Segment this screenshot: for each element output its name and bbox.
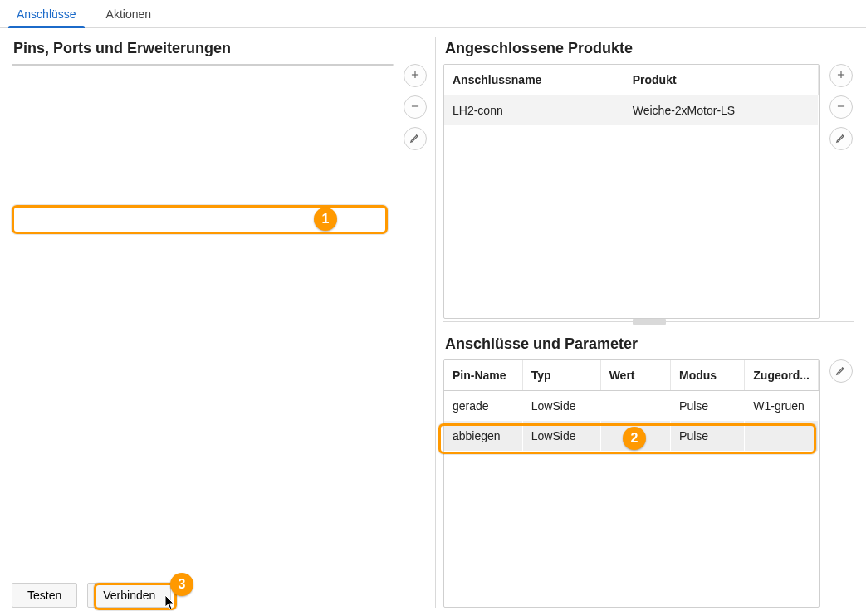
horizontal-splitter[interactable] [443, 319, 854, 325]
button-label: Verbinden [103, 589, 155, 602]
connect-button[interactable]: Verbinden [87, 583, 171, 608]
edit-product-button[interactable] [829, 127, 853, 150]
tab-label: Anschlüsse [17, 7, 76, 21]
add-product-button[interactable] [829, 64, 853, 87]
add-button[interactable] [404, 64, 427, 87]
edit-button[interactable] [404, 127, 427, 150]
table-row[interactable]: abbiegenLowSidePulse [444, 421, 819, 451]
col-modus[interactable]: Modus [671, 360, 745, 391]
col-wert[interactable]: Wert [600, 360, 670, 391]
cell-type: LowSide [522, 421, 600, 451]
col-zugeordnet[interactable]: Zugeord... [745, 360, 819, 391]
tab-anschluesse[interactable]: Anschlüsse [7, 1, 86, 27]
col-produkt[interactable]: Produkt [624, 65, 818, 95]
params-table: Pin-Name Typ Wert Modus Zugeord... gerad… [444, 360, 819, 451]
table-row[interactable]: geradeLowSidePulseW1-gruen [444, 391, 819, 422]
col-typ[interactable]: Typ [522, 360, 600, 391]
params-title: Anschlüsse und Parameter [445, 335, 854, 353]
products-title: Angeschlossene Produkte [445, 40, 854, 57]
products-table: Anschlussname Produkt LH2-connWeiche-2xM… [444, 65, 819, 125]
minus-icon [835, 100, 847, 115]
cell-mode: Pulse [671, 421, 745, 451]
cell-name: LH2-conn [444, 95, 624, 126]
cell-assigned [745, 421, 819, 451]
edit-param-button[interactable] [829, 359, 853, 383]
left-title: Pins, Ports und Erweiterungen [13, 40, 428, 57]
cell-pin: gerade [444, 391, 522, 422]
button-label: Testen [27, 589, 61, 602]
cell-value [600, 421, 670, 451]
remove-button[interactable] [404, 95, 427, 119]
pencil-icon [835, 132, 847, 146]
plus-icon [835, 69, 847, 83]
cell-type: LowSide [522, 391, 600, 422]
table-row[interactable]: LH2-connWeiche-2xMotor-LS [444, 95, 819, 126]
pencil-icon [409, 132, 421, 146]
tree-panel: Anschlüsse Pin IRPort-1 (SerialModulated… [12, 64, 394, 66]
tab-aktionen[interactable]: Aktionen [96, 1, 161, 27]
cell-pin: abbiegen [444, 421, 522, 451]
cell-value [600, 391, 670, 422]
splitter-handle-icon [633, 319, 666, 325]
plus-icon [409, 69, 421, 83]
col-pin-name[interactable]: Pin-Name [444, 360, 522, 391]
top-tabs: Anschlüsse Aktionen [0, 0, 866, 28]
params-table-panel: Pin-Name Typ Wert Modus Zugeord... gerad… [443, 359, 820, 608]
pencil-icon [835, 364, 847, 379]
col-anschlussname[interactable]: Anschlussname [444, 65, 624, 95]
test-button[interactable]: Testen [12, 583, 77, 608]
vertical-splitter[interactable] [433, 37, 438, 608]
remove-product-button[interactable] [829, 95, 853, 119]
minus-icon [409, 100, 421, 115]
tab-label: Aktionen [106, 7, 151, 21]
cell-assigned: W1-gruen [745, 391, 819, 422]
cell-mode: Pulse [671, 391, 745, 422]
cell-product: Weiche-2xMotor-LS [624, 95, 818, 126]
products-table-panel: Anschlussname Produkt LH2-connWeiche-2xM… [443, 64, 820, 319]
